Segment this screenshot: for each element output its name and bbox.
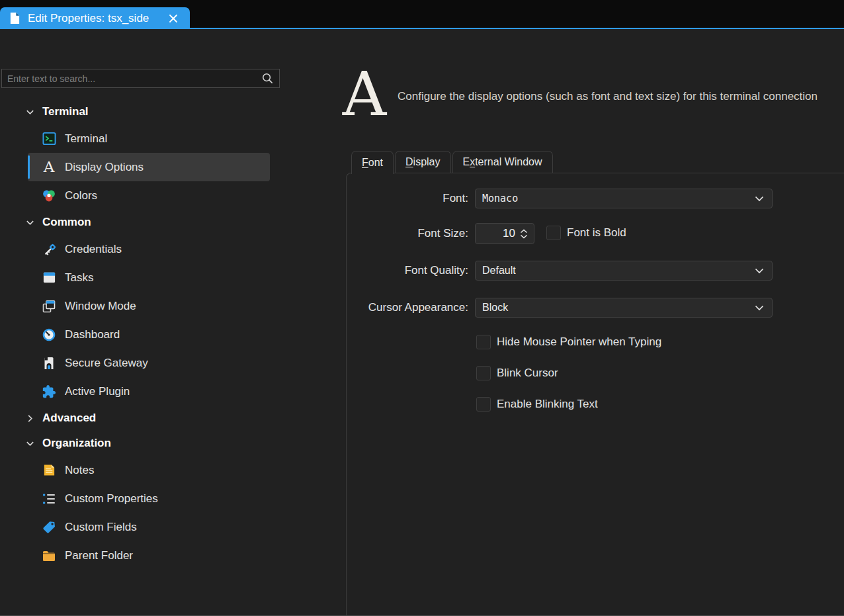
tree-item-label: Terminal — [65, 132, 107, 146]
tree-item-label: Custom Properties — [65, 492, 158, 506]
chevron-down-icon — [25, 107, 35, 117]
chevron-down-icon — [25, 218, 35, 228]
chevron-right-icon — [25, 414, 35, 423]
tree-group-common[interactable]: Common — [0, 210, 284, 235]
secure-gateway-icon — [41, 355, 57, 371]
font-is-bold-row: Font is Bold — [546, 226, 626, 240]
tree-group-label: Advanced — [42, 412, 96, 425]
font-quality-label: Font Quality: — [349, 261, 468, 281]
document-icon — [9, 12, 21, 24]
chevron-down-icon — [755, 196, 764, 202]
tab-display[interactable]: Display — [395, 151, 450, 173]
tree-group-label: Organization — [42, 437, 111, 450]
sidebar-item-credentials[interactable]: Credentials — [28, 235, 270, 263]
enable-blinking-text-row: Enable Blinking Text — [476, 397, 598, 412]
tree-item-label: Custom Fields — [65, 521, 137, 534]
hide-mouse-pointer-checkbox[interactable] — [476, 335, 491, 349]
hide-mouse-pointer-label: Hide Mouse Pointer when Typing — [497, 335, 661, 349]
tree-group-organization[interactable]: Organization — [0, 431, 284, 456]
stepper-arrows[interactable] — [520, 229, 528, 239]
tree-item-label: Secure Gateway — [65, 357, 148, 370]
sidebar-search — [1, 69, 280, 88]
close-icon[interactable] — [166, 11, 181, 26]
sidebar-item-display-options[interactable]: A Display Options — [28, 153, 270, 181]
tree-item-label: Active Plugin — [65, 385, 130, 398]
credentials-icon — [41, 242, 57, 257]
tree-item-label: Window Mode — [65, 300, 136, 313]
sidebar-item-colors[interactable]: Colors — [28, 181, 270, 210]
active-plugin-icon — [41, 384, 57, 400]
font-is-bold-label: Font is Bold — [567, 226, 626, 240]
chevron-down-icon — [25, 439, 35, 449]
font-select[interactable]: Monaco — [475, 189, 773, 208]
dashboard-icon — [41, 327, 57, 343]
sidebar-item-custom-properties[interactable]: Custom Properties — [28, 484, 270, 513]
font-is-bold-checkbox[interactable] — [546, 226, 561, 240]
window-tab-title: Edit Properties: tsx_side — [28, 12, 159, 25]
display-options-header-icon: A — [341, 67, 388, 122]
tree-group-label: Common — [42, 216, 91, 229]
tree-group-label: Terminal — [42, 105, 89, 118]
sidebar-item-tasks[interactable]: Tasks — [28, 263, 270, 292]
page-description: Configure the display options (such as f… — [398, 90, 844, 106]
tree-item-label: Tasks — [65, 271, 93, 285]
font-quality-select[interactable]: Default — [475, 261, 773, 281]
font-size-value: 10 — [503, 227, 520, 240]
tree-item-label: Colors — [65, 189, 97, 202]
cursor-appearance-select[interactable]: Block — [475, 298, 773, 318]
chevron-down-icon[interactable] — [520, 234, 528, 239]
tasks-icon — [41, 270, 57, 286]
cursor-appearance-value: Block — [476, 302, 755, 314]
sidebar-item-terminal[interactable]: Terminal — [28, 124, 270, 153]
font-label: Font: — [349, 189, 468, 208]
enable-blinking-text-checkbox[interactable] — [476, 397, 491, 412]
display-options-icon: A — [41, 159, 57, 175]
sidebar-item-parent-folder[interactable]: Parent Folder — [28, 541, 270, 570]
window-tab-strip: Edit Properties: tsx_side — [0, 0, 844, 29]
tree-item-label: Dashboard — [65, 328, 120, 341]
sidebar-item-window-mode[interactable]: Window Mode — [28, 292, 270, 320]
font-select-value: Monaco — [476, 193, 755, 204]
custom-fields-icon — [41, 519, 57, 535]
terminal-icon — [41, 131, 57, 147]
tree-group-terminal[interactable]: Terminal — [0, 99, 284, 124]
blink-cursor-checkbox[interactable] — [476, 366, 491, 380]
font-size-stepper[interactable]: 10 — [475, 223, 534, 244]
tree-group-advanced[interactable]: Advanced — [0, 406, 284, 431]
chevron-down-icon — [755, 305, 764, 311]
chevron-up-icon[interactable] — [520, 229, 528, 234]
tab-font[interactable]: Font — [351, 151, 394, 174]
colors-icon — [41, 188, 57, 204]
blink-cursor-label: Blink Cursor — [497, 367, 558, 380]
sidebar-item-secure-gateway[interactable]: Secure Gateway — [28, 349, 270, 377]
blink-cursor-row: Blink Cursor — [476, 366, 558, 380]
cursor-appearance-label: Cursor Appearance: — [349, 298, 468, 318]
tree-item-label: Credentials — [65, 243, 122, 256]
search-input[interactable] — [2, 73, 261, 84]
window-tab-edit-properties[interactable]: Edit Properties: tsx_side — [0, 7, 190, 29]
font-size-label: Font Size: — [349, 224, 468, 243]
sidebar-item-notes[interactable]: Notes — [28, 456, 270, 484]
search-icon[interactable] — [261, 72, 274, 85]
sidebar-item-custom-fields[interactable]: Custom Fields — [28, 513, 270, 541]
parent-folder-icon — [41, 548, 57, 564]
tab-external-window[interactable]: External Window — [452, 151, 553, 173]
sidebar-item-active-plugin[interactable]: Active Plugin — [28, 377, 270, 406]
tree-item-label: Display Options — [65, 161, 144, 174]
panel-tabs: Font Display External Window — [351, 151, 553, 174]
tree-item-label: Notes — [65, 464, 94, 477]
enable-blinking-text-label: Enable Blinking Text — [497, 398, 598, 411]
window-mode-icon — [41, 298, 57, 314]
custom-properties-icon — [41, 491, 57, 507]
tree-item-label: Parent Folder — [65, 549, 133, 562]
hide-mouse-pointer-row: Hide Mouse Pointer when Typing — [476, 335, 661, 349]
sidebar-item-dashboard[interactable]: Dashboard — [28, 320, 270, 349]
settings-tree: Terminal Terminal A Display Options Colo… — [0, 99, 284, 570]
chevron-down-icon — [755, 268, 764, 274]
font-quality-value: Default — [476, 265, 755, 277]
notes-icon — [41, 462, 57, 478]
